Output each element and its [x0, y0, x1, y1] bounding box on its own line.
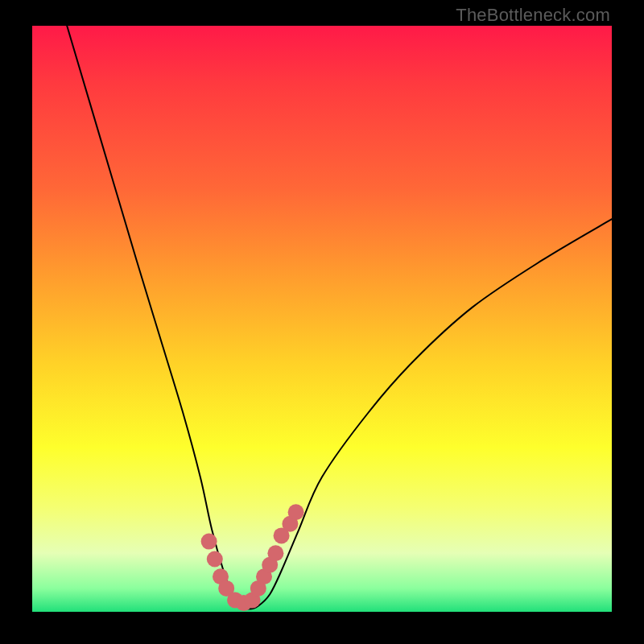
marker-dot [207, 551, 223, 568]
marker-dot [267, 545, 283, 561]
curve-layer [32, 26, 612, 612]
watermark-text: TheBottleneck.com [456, 5, 610, 26]
bottleneck-curve [67, 26, 612, 609]
plot-area [32, 26, 612, 612]
bottleneck-zone-dots [201, 504, 304, 611]
marker-dot [201, 534, 217, 550]
marker-dot [288, 504, 304, 520]
chart-frame: TheBottleneck.com [0, 0, 644, 644]
